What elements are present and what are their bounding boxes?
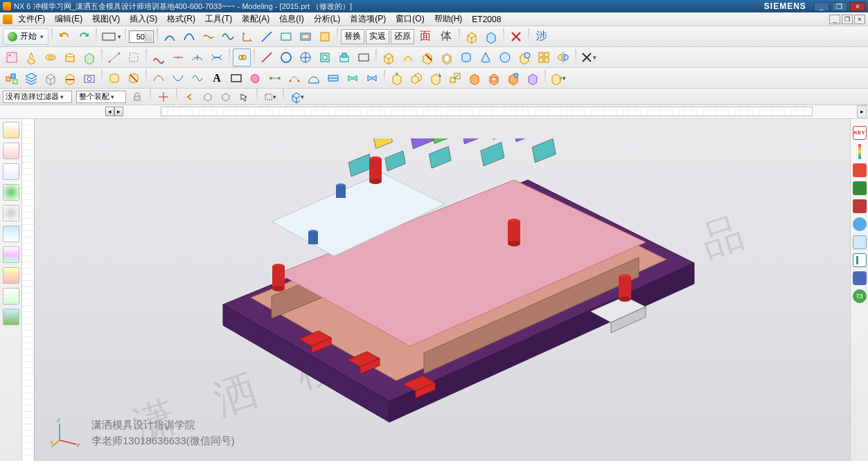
rect-tool-button[interactable]: ▾	[100, 28, 122, 46]
sel-box-b[interactable]	[219, 90, 233, 104]
sel-cube[interactable]: ▾	[290, 89, 305, 105]
hole-button[interactable]	[61, 48, 79, 66]
cyl-tool[interactable]	[457, 48, 475, 66]
circle-tool[interactable]	[277, 48, 295, 66]
mdi-close-button[interactable]: ×	[854, 15, 865, 24]
mdi-minimize-button[interactable]: _	[829, 15, 840, 24]
seg-tool-2[interactable]	[125, 48, 143, 66]
ruler-scroll-right[interactable]: ▸	[114, 107, 123, 116]
cyl-yellow[interactable]	[105, 69, 123, 87]
restore-button[interactable]: 还原	[391, 29, 414, 44]
delete-button[interactable]	[507, 28, 525, 46]
tree-tool[interactable]	[853, 253, 867, 267]
curve-a[interactable]	[150, 69, 168, 87]
menu-analysis[interactable]: 分析(L)	[310, 12, 345, 26]
sphere-tool[interactable]	[496, 48, 514, 66]
blue-block-tool[interactable]	[853, 271, 867, 285]
selection-filter-combo[interactable]: 没有选择过滤器▾	[3, 91, 72, 103]
coord-tool[interactable]	[238, 28, 256, 46]
curve-c[interactable]	[188, 69, 206, 87]
revolve-button[interactable]	[42, 48, 60, 66]
extrude-button[interactable]	[22, 48, 40, 66]
red-block-tool[interactable]	[853, 199, 867, 213]
scene-tab[interactable]	[3, 309, 19, 325]
view-cube-button[interactable]	[42, 69, 60, 87]
menu-view[interactable]: 视图(V)	[88, 12, 124, 26]
menu-tools[interactable]: 工具(T)	[201, 12, 236, 26]
filter-lock-button[interactable]	[130, 90, 144, 104]
spline-tool[interactable]	[200, 28, 218, 46]
assembly-nav-button[interactable]	[3, 69, 21, 87]
menu-pref[interactable]: 首选项(P)	[346, 12, 390, 26]
rect-outline[interactable]	[227, 69, 245, 87]
menu-assembly[interactable]: 装配(A)	[238, 12, 274, 26]
body-button[interactable]: 体	[436, 28, 456, 45]
box-primitive[interactable]	[463, 28, 481, 46]
reuse-library-tab[interactable]	[3, 184, 19, 201]
curve-x-tool[interactable]	[150, 48, 168, 66]
mdi-restore-button[interactable]: ❐	[842, 15, 853, 24]
redo-button[interactable]	[75, 28, 93, 46]
red-tool[interactable]	[853, 163, 867, 177]
ruler-scroll-left[interactable]: ◂	[105, 107, 114, 116]
history-tab[interactable]	[3, 205, 19, 221]
replace-button[interactable]: 替换	[341, 29, 364, 44]
panel-tool[interactable]	[853, 235, 867, 249]
snap-crosshair[interactable]	[157, 90, 170, 104]
green-tool[interactable]	[853, 181, 867, 195]
process-tab[interactable]	[3, 288, 19, 305]
bridge-tool[interactable]	[305, 69, 323, 87]
menu-format[interactable]: 格式(R)	[163, 12, 200, 26]
layer-button[interactable]	[22, 69, 40, 87]
wave-tool[interactable]	[219, 28, 237, 46]
sel-prev[interactable]	[183, 90, 197, 104]
curve-tool-1[interactable]	[161, 28, 179, 46]
menu-info[interactable]: 信息(I)	[275, 12, 308, 26]
delete-x-button[interactable]: ▾	[579, 48, 597, 66]
export-box[interactable]: ▾	[549, 69, 567, 87]
actual-button[interactable]: 实返	[366, 29, 389, 44]
node-tool-2[interactable]	[285, 69, 303, 87]
seg-tool-1[interactable]	[105, 48, 123, 66]
minimize-button[interactable]: _	[814, 2, 829, 11]
resource-bar-toggle[interactable]: ▸	[857, 105, 867, 118]
constraint-navigator-tab[interactable]	[3, 163, 19, 180]
surf-tool-1[interactable]	[324, 69, 342, 87]
line-tool[interactable]	[258, 28, 276, 46]
selection-scope-combo[interactable]: 整个装配▾	[76, 91, 126, 103]
wave-box[interactable]	[524, 69, 542, 87]
block-yellow[interactable]	[380, 48, 398, 66]
sel-box-a[interactable]	[201, 90, 215, 104]
arc-join-tool[interactable]	[208, 48, 226, 66]
arc-split-tool[interactable]	[188, 48, 206, 66]
close-button[interactable]: ×	[850, 2, 865, 11]
sel-rect[interactable]: ▾	[263, 90, 277, 104]
node-tool-1[interactable]	[266, 69, 284, 87]
menu-file[interactable]: 文件(F)	[14, 12, 49, 26]
text-tool[interactable]: A	[208, 69, 226, 87]
color-bar-icon[interactable]	[858, 144, 861, 159]
boolean-tool[interactable]	[515, 48, 533, 66]
curve-tool-2[interactable]	[180, 28, 198, 46]
menu-edit[interactable]: 编辑(E)	[51, 12, 87, 26]
blob-tool[interactable]	[247, 69, 265, 87]
sketch-button[interactable]	[3, 48, 21, 66]
chain-tool[interactable]	[233, 48, 251, 66]
menu-help[interactable]: 帮助(H)	[430, 12, 467, 26]
rect-sheet-tool[interactable]	[355, 48, 373, 66]
box-create[interactable]	[482, 28, 500, 46]
menu-window[interactable]: 窗口(O)	[391, 12, 428, 26]
curve-b[interactable]	[169, 69, 187, 87]
percent-badge[interactable]: 73	[853, 289, 867, 303]
offset-tool[interactable]	[296, 28, 315, 46]
hsv-tab[interactable]	[3, 246, 19, 263]
menu-et2008[interactable]: ET2008	[468, 14, 505, 25]
line-simple-tool[interactable]	[258, 48, 276, 66]
key-button[interactable]: KEY	[853, 126, 867, 140]
rotate-box[interactable]	[427, 69, 445, 87]
pattern-tool[interactable]	[535, 48, 553, 66]
start-button[interactable]: 开始 ▾	[3, 28, 48, 45]
surf-tool-2[interactable]	[344, 69, 362, 87]
circle-center-tool[interactable]	[296, 48, 315, 66]
curve-merge-tool[interactable]	[169, 48, 187, 66]
